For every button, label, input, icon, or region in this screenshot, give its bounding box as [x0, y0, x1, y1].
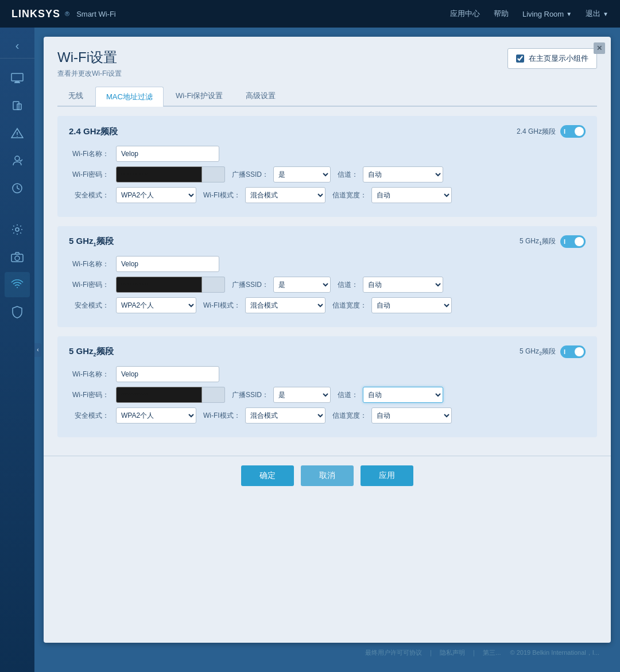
wifi-pass-show-btn-5g2[interactable] — [202, 387, 225, 403]
broadcast-select-5g2[interactable]: 是 否 — [273, 387, 331, 403]
tab-mac[interactable]: MAC地址过滤 — [95, 87, 164, 107]
wifi-pass-input-5g1[interactable] — [116, 277, 202, 293]
band-5ghz1-security-row: 安全模式： WPA2个人 WPA个人 无 Wi-FI模式： 混合模式 仅802.… — [69, 297, 586, 313]
wifi-name-label-24: Wi-Fi名称： — [69, 149, 109, 159]
channel-select-24[interactable]: 自动 1 6 11 — [363, 166, 443, 182]
security-select-5g1[interactable]: WPA2个人 WPA个人 无 — [116, 297, 196, 313]
sidebar-item-clock[interactable] — [5, 176, 30, 201]
exit-button[interactable]: 退出 ▼ — [586, 9, 609, 19]
channel-label-5g1: 信道： — [338, 280, 358, 290]
sidebar-item-camera[interactable] — [5, 244, 30, 270]
channel-label-24: 信道： — [338, 170, 358, 180]
channel-width-select-24[interactable]: 自动 20MHz 40MHz — [371, 187, 452, 203]
toggle-on-icon-5g2: I — [564, 348, 565, 355]
widget-show-checkbox[interactable] — [516, 55, 524, 63]
wifi-mode-group-5g2: Wi-FI模式： 混合模式 仅802.11n — [203, 407, 326, 424]
wifi-mode-select-24[interactable]: 混合模式 仅802.11n — [245, 187, 326, 203]
channel-select-5g1[interactable]: 自动 36 40 44 — [363, 277, 443, 293]
broadcast-ssid-group-5g2: 广播SSID： 是 否 — [232, 387, 331, 403]
channel-select-5g2[interactable]: 自动 36 40 44 — [363, 387, 443, 403]
brand-logo: LINKSYS ® Smart Wi-Fi — [11, 8, 116, 20]
widget-checkbox-area[interactable]: 在主页显示小组件 — [507, 48, 597, 69]
dialog-title-section: Wi-Fi设置 查看并更改Wi-Fi设置 — [57, 48, 507, 79]
broadcast-select-24[interactable]: 是 否 — [273, 166, 331, 182]
sidebar-collapse-button[interactable]: ‹ — [34, 343, 41, 357]
band-5ghz1-toggle[interactable]: I — [560, 235, 586, 248]
band-5ghz2-toggle[interactable]: I — [560, 345, 586, 358]
footer-copyright: © 2019 Belkin International，I... — [510, 648, 599, 657]
channel-group-5g1: 信道： 自动 36 40 44 — [338, 277, 443, 293]
wifi-pass-show-btn-5g1[interactable] — [202, 277, 225, 293]
channel-width-select-5g2[interactable]: 自动 20MHz 40MHz — [371, 407, 452, 424]
wifi-name-input-24[interactable] — [116, 146, 219, 162]
band-5ghz2-pass-row: Wi-Fi密码： 广播SSID： 是 否 — [69, 387, 586, 403]
dialog-footer: 确定 取消 应用 — [44, 456, 611, 498]
sidebar-item-shield[interactable] — [5, 300, 30, 325]
svg-rect-0 — [11, 73, 23, 81]
wifi-name-label-5g2: Wi-Fi名称： — [69, 370, 109, 379]
content-area: ✕ Wi-Fi设置 查看并更改Wi-Fi设置 在主页显示小组件 无线 — [34, 28, 620, 672]
wifi-pass-label-24: Wi-Fi密码： — [69, 170, 109, 180]
wifi-pass-input-5g2[interactable] — [116, 387, 202, 403]
svg-line-11 — [17, 188, 20, 189]
wifi-pass-show-btn-24[interactable] — [202, 166, 225, 182]
main-layout: ‹ — [0, 28, 620, 672]
security-label-24: 安全模式： — [69, 191, 109, 200]
tab-advanced[interactable]: 高级设置 — [235, 86, 286, 106]
channel-group-5g2: 信道： 自动 36 40 44 — [338, 387, 443, 403]
wifi-mode-select-5g1[interactable]: 混合模式 仅802.11n — [245, 297, 326, 313]
wifi-name-input-5g1[interactable] — [116, 256, 219, 272]
confirm-button[interactable]: 确定 — [241, 465, 294, 486]
cancel-button[interactable]: 取消 — [301, 465, 354, 486]
channel-width-group-5g2: 信道宽度： 自动 20MHz 40MHz — [332, 407, 452, 424]
band-24ghz-pass-row: Wi-Fi密码： 广播SSID： 是 否 — [69, 166, 586, 182]
security-label-5g1: 安全模式： — [69, 301, 109, 310]
band-5ghz2-section: 5 GHz2频段 5 GHz2频段 I Wi-Fi名称： Wi-F — [57, 336, 597, 437]
room-selector[interactable]: Living Room ▼ — [522, 10, 572, 18]
broadcast-label-24: 广播SSID： — [232, 170, 269, 180]
settings-icon — [11, 223, 24, 236]
exit-label: 退出 — [586, 9, 600, 19]
sidebar-back-button[interactable]: ‹ — [0, 33, 34, 59]
svg-rect-3 — [13, 102, 19, 110]
security-select-5g2[interactable]: WPA2个人 WPA个人 无 — [116, 407, 196, 424]
footer-link-privacy[interactable]: 隐私声明 — [440, 648, 465, 657]
footer-link-third[interactable]: 第三... — [483, 648, 501, 657]
sidebar-item-devices[interactable] — [5, 93, 30, 118]
wifi-mode-group-24: Wi-FI模式： 混合模式 仅802.11n — [203, 187, 326, 203]
dialog-body: 2.4 GHz频段 2.4 GHz频段 I Wi-Fi名称： Wi — [44, 107, 611, 456]
wifi-icon — [11, 279, 24, 290]
top-nav-right: 应用中心 帮助 Living Room ▼ 退出 ▼ — [450, 9, 609, 19]
channel-width-group-5g1: 信道宽度： 自动 20MHz 40MHz — [332, 297, 452, 313]
product-name: Smart Wi-Fi — [76, 10, 116, 18]
wifi-pass-field-5g1 — [116, 277, 225, 293]
sidebar-item-parental[interactable] — [5, 148, 30, 173]
svg-point-12 — [16, 228, 19, 231]
sidebar-item-monitor[interactable] — [5, 65, 30, 91]
channel-width-group-24: 信道宽度： 自动 20MHz 40MHz — [332, 187, 452, 203]
apply-button[interactable]: 应用 — [361, 465, 413, 486]
tab-protection[interactable]: Wi-Fi保护设置 — [165, 86, 234, 106]
band-5ghz2-security-row: 安全模式： WPA2个人 WPA个人 无 Wi-FI模式： 混合模式 仅802.… — [69, 407, 586, 424]
broadcast-select-5g1[interactable]: 是 否 — [273, 277, 331, 293]
wifi-name-input-5g2[interactable] — [116, 366, 219, 382]
band-5ghz1-pass-row: Wi-Fi密码： 广播SSID： 是 否 — [69, 277, 586, 293]
band-24ghz-security-row: 安全模式： WPA2个人 WPA个人 无 Wi-FI模式： 混合模式 仅802.… — [69, 187, 586, 203]
security-select-24[interactable]: WPA2个人 WPA个人 无 — [116, 187, 196, 203]
channel-width-select-5g1[interactable]: 自动 20MHz 40MHz — [371, 297, 452, 313]
sidebar-item-warning[interactable] — [5, 121, 30, 146]
tab-wireless[interactable]: 无线 — [57, 86, 94, 106]
footer-link-eula[interactable]: 最终用户许可可协议 — [365, 648, 422, 657]
wifi-pass-label-5g1: Wi-Fi密码： — [69, 280, 109, 290]
svg-point-14 — [15, 256, 20, 261]
band-24ghz-toggle[interactable]: I — [560, 125, 586, 138]
band-5ghz1-title: 5 GHz1频段 — [69, 236, 114, 247]
help-link[interactable]: 帮助 — [494, 9, 509, 19]
wifi-mode-label-5g2: Wi-FI模式： — [203, 411, 241, 421]
app-center-link[interactable]: 应用中心 — [450, 9, 480, 19]
dialog-close-button[interactable]: ✕ — [594, 42, 605, 54]
sidebar-item-wifi[interactable] — [5, 272, 30, 297]
wifi-pass-input-24[interactable] — [116, 166, 202, 182]
sidebar-item-settings[interactable] — [5, 217, 30, 242]
wifi-mode-select-5g2[interactable]: 混合模式 仅802.11n — [245, 407, 326, 424]
